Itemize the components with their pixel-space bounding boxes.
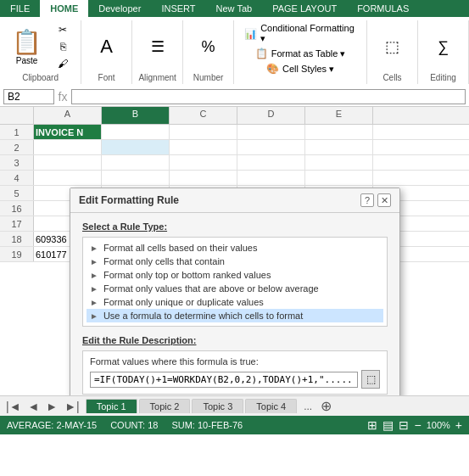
rule-arrow-4: ► xyxy=(90,284,98,294)
cell[interactable] xyxy=(305,140,373,154)
paste-button[interactable]: 📋 Paste xyxy=(5,26,48,67)
cell[interactable] xyxy=(170,125,237,139)
format-painter-icon: 🖌 xyxy=(58,58,68,70)
row-num: 17 xyxy=(0,216,34,231)
table-row: 3 xyxy=(0,155,469,171)
editing-button[interactable]: ∑ xyxy=(431,36,456,58)
sheet-tab-topic1[interactable]: Topic 1 xyxy=(86,399,137,413)
tab-nav-last[interactable]: ►| xyxy=(62,400,82,413)
styles-items: 📊 Conditional Formatting ▾ 📋 Format as T… xyxy=(241,22,360,82)
sheet-tab-more[interactable]: ... xyxy=(299,399,317,414)
cell[interactable] xyxy=(34,140,102,154)
tab-formulas[interactable]: FORMULAS xyxy=(347,0,419,17)
tab-developer[interactable]: Developer xyxy=(88,0,151,17)
tab-file[interactable]: FILE xyxy=(0,0,40,17)
ribbon-group-styles: 📊 Conditional Formatting ▾ 📋 Format as T… xyxy=(234,20,367,84)
corner-cell xyxy=(0,107,34,124)
cell[interactable] xyxy=(34,155,102,170)
rule-item-2[interactable]: ► Format only cells that contain xyxy=(87,255,383,268)
tab-newtab[interactable]: New Tab xyxy=(206,0,263,17)
rule-arrow-6: ► xyxy=(90,311,98,321)
table-row: 4 xyxy=(0,171,469,186)
row-num: 4 xyxy=(0,171,34,185)
cell[interactable] xyxy=(102,155,170,170)
zoom-out-icon[interactable]: − xyxy=(414,418,421,432)
conditional-formatting-button[interactable]: 📊 Conditional Formatting ▾ xyxy=(241,22,360,45)
cell[interactable] xyxy=(237,155,305,170)
cell[interactable] xyxy=(237,171,305,185)
formula-input-row: ⬚ xyxy=(90,370,380,389)
cells-label: Cells xyxy=(382,73,401,82)
cell[interactable] xyxy=(102,125,170,139)
rule-item-3[interactable]: ► Format only top or bottom ranked value… xyxy=(87,268,383,282)
name-box[interactable] xyxy=(3,89,54,104)
cell[interactable] xyxy=(170,155,237,170)
rule-item-5[interactable]: ► Format only unique or duplicate values xyxy=(87,295,383,309)
cell[interactable] xyxy=(237,140,305,154)
cell[interactable] xyxy=(305,125,373,139)
formula-input[interactable] xyxy=(90,372,358,388)
copy-button[interactable]: ⎘ xyxy=(50,39,75,54)
col-header-a[interactable]: A xyxy=(34,107,102,124)
cell[interactable] xyxy=(305,171,373,185)
cell-styles-label: Cell Styles ▾ xyxy=(282,64,334,75)
page-break-view-icon[interactable]: ⊟ xyxy=(399,418,409,432)
cells-items: ⬚ xyxy=(380,22,405,71)
rule-item-1[interactable]: ► Format all cells based on their values xyxy=(87,241,383,255)
cell[interactable] xyxy=(170,140,237,154)
cell-styles-button[interactable]: 🎨 Cell Styles ▾ xyxy=(263,62,338,76)
rule-type-list[interactable]: ► Format all cells based on their values… xyxy=(82,237,388,327)
format-as-table-button[interactable]: 📋 Format as Table ▾ xyxy=(252,47,349,60)
rule-type-section-title: Select a Rule Type: xyxy=(82,221,388,232)
cell[interactable]: INVOICE N xyxy=(34,125,102,139)
sheet-tab-topic4[interactable]: Topic 4 xyxy=(245,399,297,413)
rule-label-5: Format only unique or duplicate values xyxy=(103,297,264,307)
add-sheet-button[interactable]: ⊕ xyxy=(317,398,335,414)
row-num: 2 xyxy=(0,140,34,154)
cell[interactable] xyxy=(305,155,373,170)
zoom-in-icon[interactable]: + xyxy=(455,418,462,432)
col-header-b[interactable]: B xyxy=(102,107,170,124)
font-button[interactable]: A xyxy=(94,34,120,59)
sheet-tab-topic3[interactable]: Topic 3 xyxy=(192,399,243,413)
tab-nav-first[interactable]: |◄ xyxy=(3,400,24,413)
dialog-title: Edit Formatting Rule xyxy=(79,194,179,206)
formula-collapse-button[interactable]: ⬚ xyxy=(361,370,380,389)
col-header-e[interactable]: E xyxy=(305,107,373,124)
sheet-tab-topic2[interactable]: Topic 2 xyxy=(139,399,191,413)
tab-insert[interactable]: INSERT xyxy=(151,0,205,17)
formula-bar-row: fx xyxy=(0,87,469,107)
cell[interactable] xyxy=(34,171,102,185)
cell[interactable] xyxy=(102,140,170,154)
tab-home[interactable]: HOME xyxy=(40,0,88,17)
rule-item-6[interactable]: ► Use a formula to determine which cells… xyxy=(87,309,383,322)
clipboard-items: 📋 Paste ✂ ⎘ 🖌 xyxy=(5,22,75,71)
normal-view-icon[interactable]: ⊞ xyxy=(367,418,377,432)
number-button[interactable]: % xyxy=(196,36,221,58)
column-headers: A B C D E xyxy=(0,107,469,125)
dialog-close-button[interactable]: ✕ xyxy=(377,193,391,207)
cell[interactable] xyxy=(237,125,305,139)
tab-nav-prev[interactable]: ◄ xyxy=(25,400,42,413)
cell[interactable] xyxy=(170,171,237,185)
col-header-d[interactable]: D xyxy=(237,107,305,124)
edit-formatting-rule-dialog: Edit Formatting Rule ? ✕ Select a Rule T… xyxy=(70,188,400,395)
status-bar: AVERAGE: 2-MAY-15 COUNT: 18 SUM: 10-FEB-… xyxy=(0,416,469,434)
cells-button[interactable]: ⬚ xyxy=(380,36,405,58)
col-header-c[interactable]: C xyxy=(170,107,237,124)
rule-item-4[interactable]: ► Format only values that are above or b… xyxy=(87,282,383,295)
number-icon: % xyxy=(202,38,215,56)
cut-button[interactable]: ✂ xyxy=(50,22,75,37)
rule-label-1: Format all cells based on their values xyxy=(103,243,258,253)
ribbon-group-font: A Font xyxy=(81,20,132,84)
page-layout-view-icon[interactable]: ▤ xyxy=(382,418,394,432)
clipboard-label: Clipboard xyxy=(22,73,59,82)
formula-bar-input[interactable] xyxy=(71,89,466,104)
tab-nav-next[interactable]: ► xyxy=(43,400,60,413)
number-label: Number xyxy=(193,73,224,82)
tab-pagelayout[interactable]: PAGE LAYOUT xyxy=(262,0,347,17)
alignment-button[interactable]: ☰ xyxy=(145,36,170,58)
cell[interactable] xyxy=(102,171,170,185)
format-painter-button[interactable]: 🖌 xyxy=(50,56,75,71)
dialog-help-button[interactable]: ? xyxy=(360,193,374,207)
